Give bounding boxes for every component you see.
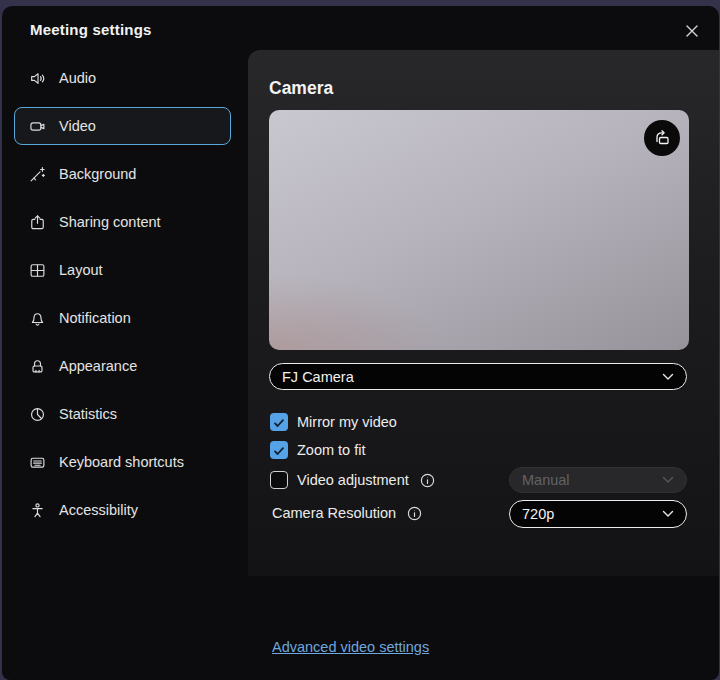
camera-resolution-label: Camera Resolution [272, 505, 396, 521]
sidebar-item-label: Notification [59, 310, 131, 326]
video-adjustment-label: Video adjustment [297, 472, 409, 488]
zoom-to-fit-label: Zoom to fit [297, 442, 366, 458]
camera-device-value: FJ Camera [282, 369, 662, 385]
accessibility-icon [29, 502, 46, 519]
mirror-my-video-checkbox[interactable] [270, 413, 288, 431]
video-adjustment-mode-value: Manual [522, 472, 662, 488]
sidebar-item-label: Audio [59, 70, 96, 86]
video-adjustment-checkbox[interactable] [270, 471, 288, 489]
sidebar-item-sharing-content[interactable]: Sharing content [14, 203, 231, 241]
sidebar-item-label: Keyboard shortcuts [59, 454, 184, 470]
mirror-my-video-label: Mirror my video [297, 414, 397, 430]
camera-icon [29, 118, 46, 135]
camera-section-title: Camera [269, 78, 333, 99]
sidebar-item-label: Layout [59, 262, 103, 278]
video-settings-panel: Camera FJ Camera [248, 50, 719, 576]
sidebar-item-label: Appearance [59, 358, 137, 374]
magic-wand-icon [29, 166, 46, 183]
sidebar-item-statistics[interactable]: Statistics [14, 395, 231, 433]
video-adjustment-mode-select: Manual [509, 467, 687, 493]
bell-icon [29, 310, 46, 327]
speaker-icon [29, 70, 46, 87]
chevron-down-icon [662, 510, 674, 518]
checkmark-icon [273, 444, 285, 456]
meeting-settings-dialog: Meeting settings Audio [2, 6, 719, 680]
close-icon [685, 24, 699, 38]
chevron-down-icon [662, 373, 674, 381]
sidebar-item-appearance[interactable]: Appearance [14, 347, 231, 385]
sidebar-item-layout[interactable]: Layout [14, 251, 231, 289]
sidebar-item-notification[interactable]: Notification [14, 299, 231, 337]
sidebar-item-keyboard-shortcuts[interactable]: Keyboard shortcuts [14, 443, 231, 481]
camera-resolution-value: 720p [522, 506, 662, 522]
settings-sidebar: Audio Video Background [2, 50, 248, 680]
sidebar-item-accessibility[interactable]: Accessibility [14, 491, 231, 529]
camera-resolution-select[interactable]: 720p [509, 500, 687, 528]
camera-preview [269, 110, 689, 350]
sidebar-item-label: Statistics [59, 406, 117, 422]
statistics-icon [29, 406, 46, 423]
layout-grid-icon [29, 262, 46, 279]
sidebar-item-label: Accessibility [59, 502, 138, 518]
sidebar-item-label: Video [59, 118, 96, 134]
sidebar-item-background[interactable]: Background [14, 155, 231, 193]
advanced-video-settings-link[interactable]: Advanced video settings [272, 639, 429, 655]
share-icon [29, 214, 46, 231]
dialog-title: Meeting settings [30, 21, 152, 38]
sidebar-item-label: Sharing content [59, 214, 161, 230]
zoom-to-fit-row: Zoom to fit [270, 441, 366, 459]
zoom-to-fit-checkbox[interactable] [270, 441, 288, 459]
camera-resolution-row: Camera Resolution [272, 505, 422, 521]
video-adjustment-row: Video adjustment [270, 471, 435, 489]
info-icon[interactable] [420, 473, 435, 488]
rotate-camera-button[interactable] [644, 120, 680, 156]
sidebar-item-audio[interactable]: Audio [14, 59, 231, 97]
rotate-camera-icon [652, 128, 672, 148]
checkmark-icon [273, 416, 285, 428]
mirror-my-video-row: Mirror my video [270, 413, 397, 431]
keyboard-icon [29, 454, 46, 471]
close-button[interactable] [681, 20, 703, 42]
info-icon[interactable] [407, 506, 422, 521]
camera-device-select[interactable]: FJ Camera [269, 363, 687, 390]
sidebar-item-video[interactable]: Video [14, 107, 231, 145]
paint-bucket-icon [29, 358, 46, 375]
sidebar-item-label: Background [59, 166, 136, 182]
chevron-down-icon [662, 476, 674, 484]
